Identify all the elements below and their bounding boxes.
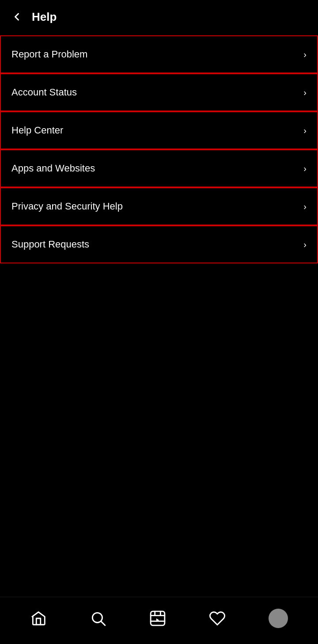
search-icon — [90, 610, 106, 627]
svg-line-1 — [101, 621, 105, 625]
heart-icon — [209, 610, 226, 627]
menu-item-label: Account Status — [11, 87, 77, 98]
privacy-security-button[interactable]: Privacy and Security Help › — [0, 187, 318, 225]
apps-websites-button[interactable]: Apps and Websites › — [0, 149, 318, 187]
chevron-right-icon: › — [303, 164, 307, 174]
nav-search-button[interactable] — [86, 606, 110, 630]
chevron-right-icon: › — [303, 126, 307, 136]
list-item: Help Center › — [0, 111, 318, 149]
reels-icon — [149, 610, 166, 627]
page-title: Help — [32, 10, 57, 24]
nav-home-button[interactable] — [26, 606, 50, 630]
home-icon — [30, 610, 47, 627]
bottom-nav — [0, 597, 318, 644]
menu-item-label: Report a Problem — [11, 49, 87, 60]
nav-reels-button[interactable] — [146, 606, 170, 630]
menu-item-label: Privacy and Security Help — [11, 201, 123, 212]
chevron-right-icon: › — [303, 202, 307, 212]
list-item: Support Requests › — [0, 225, 318, 263]
list-item: Apps and Websites › — [0, 149, 318, 187]
menu-item-label: Help Center — [11, 125, 63, 136]
chevron-right-icon: › — [303, 88, 307, 98]
list-item: Account Status › — [0, 73, 318, 111]
nav-activity-button[interactable] — [205, 606, 229, 630]
chevron-right-icon: › — [303, 240, 307, 250]
menu-item-label: Apps and Websites — [11, 163, 95, 174]
list-item: Privacy and Security Help › — [0, 187, 318, 225]
support-requests-button[interactable]: Support Requests › — [0, 225, 318, 263]
svg-rect-2 — [151, 611, 165, 625]
report-problem-button[interactable]: Report a Problem › — [0, 35, 318, 73]
menu-list: Report a Problem › Account Status › Help… — [0, 35, 318, 263]
chevron-right-icon: › — [303, 50, 307, 60]
header: Help — [0, 0, 318, 32]
menu-item-label: Support Requests — [11, 239, 89, 250]
back-button[interactable] — [9, 9, 25, 25]
help-center-button[interactable]: Help Center › — [0, 111, 318, 149]
list-item: Report a Problem › — [0, 35, 318, 73]
nav-profile-button[interactable] — [265, 605, 292, 632]
avatar — [269, 609, 288, 628]
account-status-button[interactable]: Account Status › — [0, 73, 318, 111]
